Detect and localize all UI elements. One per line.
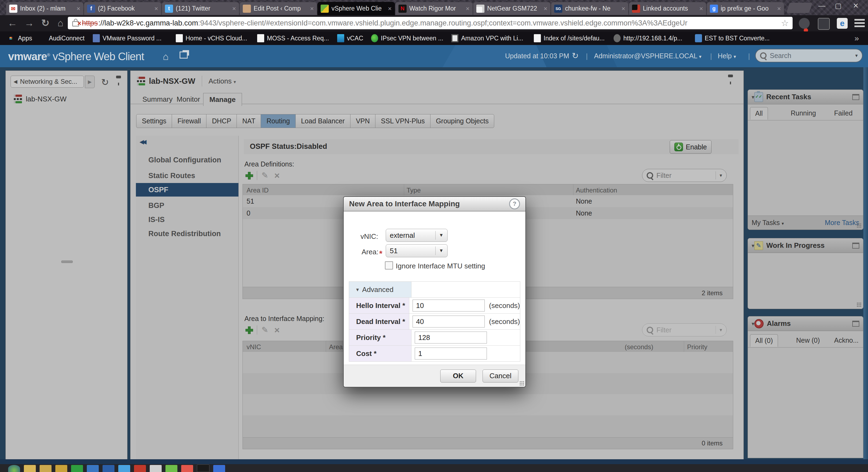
advanced-header[interactable]: ▾Advanced [349, 282, 520, 297]
bookmark-amazon-vpc[interactable]: Amazon VPC with Li... [452, 31, 523, 45]
area-dropdown[interactable]: 51 ▼ [386, 244, 447, 257]
tab-close-icon[interactable]: × [466, 5, 469, 12]
refresh-icon[interactable]: ↻ [572, 51, 579, 61]
required-asterisk: * [379, 249, 382, 258]
window-maximize-button[interactable]: ▢ [830, 2, 846, 10]
ignore-mtu-checkbox[interactable] [385, 261, 393, 269]
cancel-button[interactable]: Cancel [483, 370, 518, 382]
ok-button[interactable]: OK [440, 370, 476, 382]
stacked-windows-icon[interactable] [180, 52, 188, 59]
priority-input[interactable] [415, 332, 487, 343]
bookmark-ipsec-vpn[interactable]: IPsec VPN between ... [371, 31, 443, 45]
taskbar-terminal-icon[interactable] [197, 464, 209, 472]
advanced-section: ▾Advanced Hello Interval * (seconds) Dea… [349, 281, 520, 362]
bookmark-192-168[interactable]: http://192.168.1.4/p... [614, 31, 682, 45]
chevron-down-icon: ▾ [734, 54, 736, 59]
taskbar-app-green-icon[interactable] [71, 465, 83, 472]
taskbar-folder-icon[interactable] [40, 465, 52, 472]
browser-tab-twitter[interactable]: t (121) Twitter × [162, 2, 239, 15]
extension-ghost-icon[interactable] [799, 18, 810, 29]
collapse-icon[interactable]: ▾ [356, 286, 359, 293]
window-close-button[interactable]: ✕ [848, 2, 864, 10]
gmail-icon: ✉ [9, 5, 18, 13]
chrome-menu-icon[interactable] [855, 19, 865, 27]
global-search-input[interactable]: Search ▾ [755, 49, 863, 62]
bookmark-vmware-password[interactable]: VMware Password ... [93, 31, 161, 45]
forward-icon[interactable]: → [24, 18, 34, 29]
ssl-lock-error-icon[interactable]: × [72, 21, 79, 27]
bookmark-vchs[interactable]: Home - vCHS Cloud... [176, 31, 247, 45]
user-menu[interactable]: Administrator@VSPHERE.LOCAL ▾ [594, 52, 702, 60]
browser-tab-netflix[interactable]: N Watch Rigor Mor × [395, 2, 473, 15]
chevron-down-icon[interactable]: ▾ [855, 53, 858, 59]
page-icon [476, 5, 485, 13]
tab-close-icon[interactable]: × [232, 5, 236, 12]
dead-interval-input[interactable] [412, 315, 485, 328]
tab-close-icon[interactable]: × [388, 5, 392, 12]
vsphere-header: vmware® vSphere Web Client ⌂ Updated at … [0, 45, 868, 67]
taskbar-app-water-icon[interactable] [118, 465, 130, 472]
help-icon[interactable]: ? [509, 198, 520, 209]
dialog-footer: OK Cancel [344, 365, 525, 387]
tab-close-icon[interactable]: × [621, 5, 625, 12]
dialog-titlebar[interactable]: New Area to Interface Mapping ? [344, 197, 525, 211]
taskbar-app-red2-icon[interactable] [181, 465, 193, 472]
tab-close-icon[interactable]: × [544, 5, 547, 12]
address-bar[interactable]: × https :// lab-w2k8-vc.gamma-lab.com :9… [68, 17, 793, 29]
bookmarks-overflow-chevron[interactable]: » [855, 31, 859, 45]
bookmark-audiconnect[interactable]: AudiConnect [49, 31, 85, 45]
new-tab-button[interactable] [786, 3, 812, 13]
bookmark-vcac[interactable]: vCAC [337, 31, 363, 45]
tab-close-icon[interactable]: × [76, 5, 80, 12]
bookmark-star-icon[interactable]: ☆ [781, 18, 789, 28]
taskbar-app-green2-icon[interactable] [165, 465, 177, 472]
facebook-icon: f [87, 5, 95, 13]
cost-row: Cost * [349, 345, 520, 361]
dialog-title: New Area to Interface Mapping [349, 200, 460, 208]
start-button[interactable] [8, 465, 20, 472]
extension-cast-icon[interactable] [818, 18, 830, 30]
window-minimize-button[interactable]: — [814, 2, 830, 10]
spider-icon [614, 34, 621, 42]
tab-close-icon[interactable]: × [699, 5, 703, 12]
dialog-resize-grip[interactable] [520, 381, 524, 386]
hello-interval-input[interactable] [412, 300, 485, 311]
browser-tab-google[interactable]: g ip prefix ge - Goo × [707, 2, 784, 15]
bookmark-index-of[interactable]: Index of /sites/defau... [534, 31, 604, 45]
cost-input[interactable] [415, 347, 487, 360]
home-icon[interactable]: ⌂ [58, 18, 63, 29]
reload-icon[interactable]: ↻ [41, 18, 50, 29]
unit-label: (seconds) [489, 317, 520, 326]
back-icon[interactable]: ← [8, 18, 18, 29]
browser-tab-netgear[interactable]: NetGear GSM722 × [473, 2, 551, 15]
taskbar-app-gray-icon[interactable] [150, 465, 162, 472]
bookmark-moss[interactable]: MOSS - Access Req... [257, 31, 329, 45]
taskbar-app-blue-arrow-icon[interactable] [87, 465, 99, 472]
browser-tab-linked-accounts[interactable]: Linked accounts × [629, 2, 706, 15]
tab-close-icon[interactable]: × [310, 5, 314, 12]
bookmark-est-bst[interactable]: EST to BST Converte... [695, 31, 770, 45]
browser-tab-wordpress[interactable]: Edit Post ‹ Comp × [240, 2, 317, 15]
browser-toolbar: ← → ↻ ⌂ × https :// lab-w2k8-vc.gamma-la… [0, 15, 868, 31]
help-menu[interactable]: Help ▾ [718, 52, 736, 60]
clock-icon [695, 34, 702, 42]
tab-close-icon[interactable]: × [777, 5, 781, 12]
taskbar-app-blue2-icon[interactable] [213, 465, 225, 472]
apps-shortcut[interactable]: Apps [7, 31, 32, 45]
ie-tab-extension-icon[interactable]: e [837, 18, 848, 29]
taskbar-app-red-icon[interactable] [134, 465, 146, 472]
browser-tab-chunkee-fw[interactable]: SG chunkee-fw - Ne × [551, 2, 628, 15]
browser-tab-gmail[interactable]: ✉ Inbox (2) - mlam × [6, 2, 84, 15]
browser-tab-facebook[interactable]: f (2) Facebook × [84, 2, 161, 15]
taskbar-app-blue-icon[interactable] [102, 465, 115, 472]
browser-tab-vsphere-active[interactable]: vSphere Web Clie × [317, 2, 395, 15]
vnic-dropdown[interactable]: external ▼ [386, 229, 447, 242]
vmware-icon [321, 5, 329, 13]
taskbar-folder-icon[interactable] [24, 465, 36, 472]
vcac-icon [337, 34, 344, 42]
taskbar-folder-icon[interactable] [55, 465, 67, 472]
page-icon [534, 34, 541, 42]
home-icon[interactable]: ⌂ [163, 51, 169, 62]
url-host: lab-w2k8-vc.gamma-lab.com [104, 19, 198, 27]
tab-close-icon[interactable]: × [154, 5, 158, 12]
